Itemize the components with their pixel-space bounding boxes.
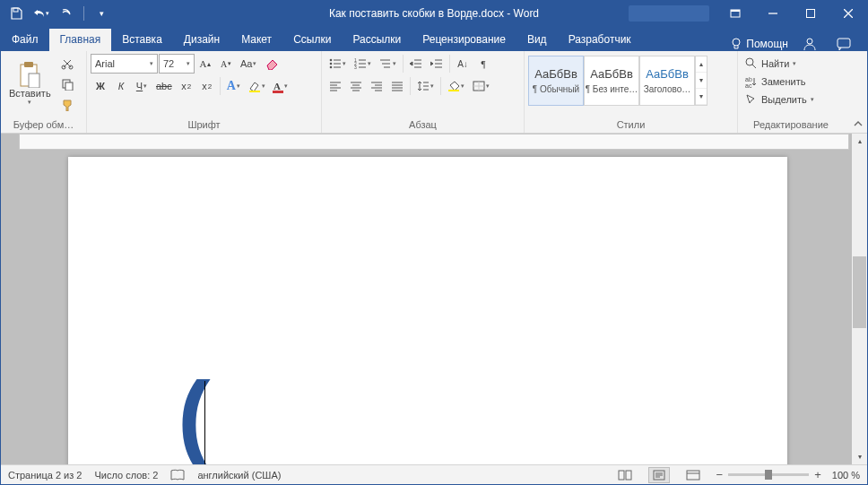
shading-button[interactable]: ▾ — [444, 76, 468, 96]
feedback-button[interactable] — [831, 37, 856, 51]
highlight-button[interactable]: ▾ — [245, 76, 269, 96]
clipboard-group-label: Буфер обм… — [1, 118, 86, 133]
tab-home[interactable]: Главная — [49, 29, 112, 51]
view-read-button[interactable] — [614, 467, 636, 483]
cut-button[interactable] — [57, 54, 77, 74]
style-normal[interactable]: АаБбВв ¶ Обычный — [528, 56, 584, 106]
lightbulb-icon — [730, 38, 742, 50]
format-painter-button[interactable] — [57, 95, 77, 115]
undo-button[interactable]: ▾ — [30, 3, 53, 24]
tab-developer[interactable]: Разработчик — [558, 29, 642, 51]
document-page[interactable] — [68, 157, 787, 464]
italic-button[interactable]: К — [111, 76, 131, 96]
maximize-button[interactable] — [792, 1, 829, 26]
scroll-down-button[interactable]: ▾ — [852, 449, 867, 464]
share-button[interactable] — [797, 37, 822, 51]
change-case-button[interactable]: Aa▾ — [237, 54, 260, 74]
align-left-button[interactable] — [326, 76, 345, 96]
svg-rect-22 — [448, 90, 459, 91]
tab-design[interactable]: Дизайн — [173, 29, 230, 51]
subscript-button[interactable]: x2 — [177, 76, 196, 96]
select-button[interactable]: Выделить▾ — [742, 91, 818, 108]
svg-point-24 — [746, 58, 753, 65]
redo-button[interactable] — [55, 3, 78, 24]
close-button[interactable] — [829, 1, 867, 26]
numbering-button[interactable]: 123▾ — [351, 54, 375, 74]
borders-button[interactable]: ▾ — [469, 76, 493, 96]
svg-point-5 — [807, 39, 812, 44]
tab-mailings[interactable]: Рассылки — [342, 29, 412, 51]
tell-me[interactable]: Помощн — [730, 38, 788, 50]
scroll-up-button[interactable]: ▴ — [852, 134, 867, 149]
vertical-scrollbar[interactable]: ▴ ▾ — [852, 134, 867, 464]
bold-button[interactable]: Ж — [91, 76, 110, 96]
copy-button[interactable] — [57, 74, 77, 94]
strikethrough-button[interactable]: abc — [152, 76, 176, 96]
decrease-indent-button[interactable] — [406, 54, 426, 74]
status-page[interactable]: Страница 2 из 2 — [8, 470, 82, 481]
align-center-button[interactable] — [346, 76, 366, 96]
paste-button[interactable]: Вставить ▾ — [4, 54, 56, 113]
ribbon-options-button[interactable] — [716, 1, 754, 26]
grow-font-button[interactable]: A▴ — [195, 54, 215, 74]
editing-group-label: Редактирование — [738, 118, 844, 133]
document-text: ( — [178, 367, 211, 464]
increase-indent-button[interactable] — [427, 54, 447, 74]
status-language[interactable]: английский (США) — [197, 470, 281, 481]
zoom-level[interactable]: 100 % — [832, 470, 860, 481]
styles-gallery-scroll[interactable]: ▴ ▾ ▾ — [695, 56, 707, 106]
save-button[interactable] — [4, 3, 28, 24]
tab-view[interactable]: Вид — [516, 29, 558, 51]
font-size-combo[interactable]: 72▾ — [159, 54, 195, 74]
tab-references[interactable]: Ссылки — [282, 29, 342, 51]
scroll-thumb[interactable] — [853, 256, 866, 328]
view-print-button[interactable] — [648, 467, 670, 483]
zoom-handle[interactable] — [765, 470, 772, 480]
bullets-button[interactable]: ▾ — [326, 54, 350, 74]
gallery-down[interactable]: ▾ — [696, 73, 707, 89]
tab-file[interactable]: Файл — [1, 29, 49, 51]
collapse-ribbon-button[interactable] — [853, 118, 864, 129]
tab-layout[interactable]: Макет — [230, 29, 282, 51]
line-spacing-button[interactable]: ▾ — [413, 76, 438, 96]
style-no-spacing[interactable]: АаБбВв ¶ Без инте… — [584, 56, 639, 106]
horizontal-ruler[interactable] — [19, 134, 849, 150]
style-heading1[interactable]: АаБбВв Заголово… — [639, 56, 695, 106]
minimize-button[interactable] — [754, 1, 792, 26]
zoom-in-button[interactable]: + — [814, 468, 821, 481]
view-web-button[interactable] — [682, 467, 704, 483]
status-word-count[interactable]: Число слов: 2 — [94, 470, 158, 481]
zoom-out-button[interactable]: − — [716, 468, 724, 481]
gallery-more[interactable]: ▾ — [696, 89, 707, 105]
shrink-font-button[interactable]: A▾ — [216, 54, 236, 74]
show-marks-button[interactable]: ¶ — [473, 54, 493, 74]
multilevel-list-button[interactable]: ▾ — [376, 54, 400, 74]
sort-button[interactable]: A↓ — [453, 54, 473, 74]
status-spellcheck[interactable] — [170, 469, 185, 481]
svg-rect-9 — [29, 74, 39, 88]
superscript-button[interactable]: x2 — [197, 76, 217, 96]
find-button[interactable]: Найти▾ — [742, 55, 800, 73]
svg-rect-6 — [838, 39, 850, 48]
text-effects-button[interactable]: A▾ — [223, 76, 244, 96]
svg-text:ab: ab — [745, 76, 752, 82]
paste-label: Вставить — [9, 88, 51, 99]
svg-rect-2 — [731, 10, 740, 12]
book-icon — [170, 469, 185, 481]
font-name-combo[interactable]: Arial▾ — [91, 54, 158, 74]
clear-formatting-button[interactable] — [261, 54, 282, 74]
gallery-up[interactable]: ▴ — [696, 56, 707, 73]
replace-button[interactable]: abac Заменить — [742, 73, 809, 91]
justify-button[interactable] — [387, 76, 407, 96]
font-color-button[interactable]: A▾ — [270, 76, 291, 96]
align-right-button[interactable] — [367, 76, 386, 96]
tab-review[interactable]: Рецензирование — [412, 29, 516, 51]
qat-customize-button[interactable]: ▾ — [90, 3, 113, 24]
scissors-icon — [61, 57, 74, 70]
underline-button[interactable]: Ч▾ — [132, 76, 152, 96]
zoom-slider[interactable] — [728, 473, 809, 476]
tab-insert[interactable]: Вставка — [111, 29, 173, 51]
window-title: Как поставить скобки в Ворде.docx - Word — [329, 7, 539, 20]
svg-text:3: 3 — [354, 65, 357, 69]
cursor-icon — [745, 93, 758, 106]
